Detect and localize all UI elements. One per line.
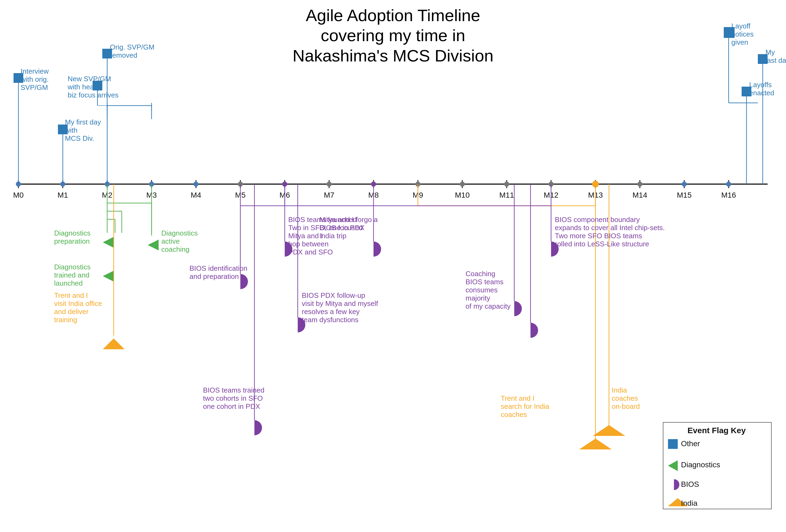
svg-text:Diagnostics: Diagnostics [161,229,198,237]
svg-text:M11: M11 [500,191,514,199]
svg-text:Interview: Interview [21,67,49,75]
svg-text:BIOS focused: BIOS focused [319,224,363,232]
svg-text:active: active [161,237,180,245]
svg-text:Trent and I: Trent and I [54,291,88,299]
svg-text:Mitya and I forgo a: Mitya and I forgo a [319,215,378,224]
svg-point-33 [682,182,687,187]
svg-text:Diagnostics: Diagnostics [54,263,90,271]
svg-text:coaching: coaching [161,245,189,253]
svg-rect-192 [669,479,674,490]
svg-text:BIOS teams: BIOS teams [465,278,504,286]
svg-text:BIOS: BIOS [681,480,699,488]
svg-text:BIOS PDX follow-up: BIOS PDX follow-up [302,291,365,299]
svg-text:search for India: search for India [501,402,550,411]
svg-text:expands to cover all Intel chi: expands to cover all Intel chip-sets. [555,224,665,232]
svg-text:visit by Mitya and myself: visit by Mitya and myself [302,299,378,307]
svg-text:one cohort in PDX: one cohort in PDX [203,402,260,411]
svg-text:India trip: India trip [319,232,346,240]
svg-text:Diagnostics: Diagnostics [54,229,90,237]
svg-rect-169 [544,241,551,257]
svg-text:team dysfunctions: team dysfunctions [302,316,359,324]
svg-text:Trent and I: Trent and I [501,394,535,402]
svg-text:Other: Other [681,439,700,448]
svg-text:consumes: consumes [465,286,498,294]
svg-text:Layoff: Layoff [731,22,750,30]
svg-marker-126 [593,425,625,436]
svg-text:BIOS component boundary: BIOS component boundary [555,215,640,224]
svg-text:training: training [54,316,77,324]
svg-rect-148 [290,317,298,332]
svg-marker-99 [103,237,114,248]
svg-text:with orig.: with orig. [20,75,49,84]
svg-text:New SVP/GM: New SVP/GM [68,75,111,83]
svg-text:on-board: on-board [612,402,640,411]
svg-rect-184 [523,323,531,338]
svg-text:of my capacity: of my capacity [465,302,510,310]
svg-text:India: India [612,386,627,394]
svg-text:M7: M7 [324,191,334,199]
svg-text:trained and: trained and [54,271,89,279]
svg-text:M1: M1 [57,191,68,199]
svg-text:and deliver: and deliver [54,307,89,316]
svg-text:removed: removed [110,51,137,59]
svg-point-34 [726,182,731,187]
svg-text:Event Flag Key: Event Flag Key [688,426,746,435]
svg-rect-161 [366,241,373,257]
svg-text:M4: M4 [191,191,201,199]
svg-text:majority: majority [465,294,490,302]
chart-container: Agile Adoption Timeline covering my time… [0,0,786,532]
svg-text:rolled into LeSS-Like structur: rolled into LeSS-Like structure [555,240,649,248]
svg-text:MCS Div.: MCS Div. [65,134,94,142]
svg-text:and preparation: and preparation [189,272,239,280]
svg-text:Coaching: Coaching [465,270,495,278]
svg-text:biz focus arrives: biz focus arrives [68,91,119,99]
svg-text:Orig. SVP/GM: Orig. SVP/GM [110,43,155,51]
svg-marker-112 [103,339,124,349]
svg-text:with: with [65,126,77,134]
svg-marker-102 [103,271,114,282]
svg-text:Layoffs: Layoffs [749,81,772,89]
svg-text:Two more SFO BIOS teams: Two more SFO BIOS teams [555,232,642,240]
svg-rect-187 [668,439,678,449]
svg-text:SVP/GM: SVP/GM [21,84,48,92]
svg-point-28 [460,182,465,187]
svg-text:PDX and SFO: PDX and SFO [288,248,333,256]
svg-text:My: My [765,48,775,56]
svg-text:given: given [731,38,748,46]
svg-text:My first day: My first day [65,118,101,126]
svg-text:M10: M10 [455,191,469,199]
svg-marker-121 [579,439,612,449]
svg-text:enacted: enacted [749,89,775,97]
svg-text:Diagnostics: Diagnostics [681,461,720,469]
svg-marker-107 [148,239,159,250]
svg-text:two cohorts in SFO: two cohorts in SFO [203,394,263,402]
svg-text:M15: M15 [677,191,692,199]
svg-text:BIOS teams trained: BIOS teams trained [203,386,264,394]
svg-text:Mitya and I: Mitya and I [288,232,323,240]
svg-text:notices: notices [731,30,754,38]
svg-point-32 [638,182,642,187]
svg-point-22 [193,182,199,187]
svg-text:M16: M16 [721,191,736,199]
svg-text:M0: M0 [13,191,24,199]
svg-text:India: India [681,499,697,507]
svg-text:launched: launched [54,279,83,287]
svg-point-29 [504,182,509,187]
svg-text:coaches: coaches [612,394,638,402]
svg-text:with heavy: with heavy [67,83,101,91]
svg-text:last day: last day [765,56,786,65]
svg-text:resolves a few key: resolves a few key [302,307,360,316]
svg-rect-140 [277,241,285,257]
svg-point-25 [327,182,331,187]
svg-text:BIOS identification: BIOS identification [189,264,247,272]
svg-text:coaches: coaches [501,411,527,419]
svg-text:M14: M14 [632,191,647,199]
svg-rect-155 [247,420,254,435]
svg-text:hop between: hop between [288,240,329,248]
svg-text:visit India office: visit India office [54,299,102,307]
svg-text:preparation: preparation [54,237,90,245]
